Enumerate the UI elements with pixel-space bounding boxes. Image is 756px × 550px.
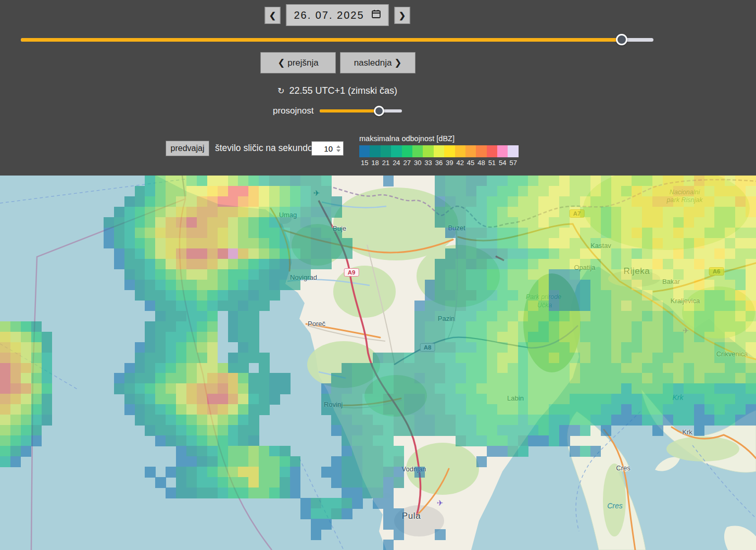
legend-swatch — [391, 145, 401, 157]
date-navigation: ❮ 26. 07. 2025 ❯ — [265, 4, 410, 26]
legend-colorbar — [359, 145, 519, 157]
previous-frame-button[interactable]: ❮ prejšnja — [260, 52, 336, 73]
date-value: 26. 07. 2025 — [294, 9, 364, 21]
radar-app: ❮ 26. 07. 2025 ❯ ❮ prejšnja naslednja ❯ … — [0, 0, 756, 550]
legend-tick: 45 — [465, 159, 476, 167]
legend-tick: 24 — [391, 159, 401, 167]
ucka-ridge — [523, 273, 581, 372]
legend-tick: 27 — [402, 159, 412, 167]
spinner-down-icon[interactable] — [336, 149, 341, 152]
legend-swatch — [476, 145, 486, 157]
spinner-up-icon[interactable] — [336, 145, 341, 148]
opacity-handle[interactable] — [374, 106, 384, 116]
control-panel: ❮ 26. 07. 2025 ❯ ❮ prejšnja naslednja ❯ … — [0, 0, 756, 176]
reflectivity-legend: maksimalna odbojnost [dBZ] 1518212427303… — [359, 134, 519, 167]
frame-navigation: ❮ prejšnja naslednja ❯ — [260, 52, 415, 73]
legend-swatch — [412, 145, 423, 157]
base-map — [0, 176, 756, 550]
fps-spinner[interactable] — [335, 143, 342, 154]
cres-forest — [603, 464, 626, 536]
opacity-slider[interactable] — [320, 106, 402, 116]
legend-swatch — [402, 145, 412, 157]
fps-label: število sličic na sekundo: — [215, 143, 316, 154]
legend-tick: 15 — [359, 159, 370, 167]
timeline-fill — [21, 38, 622, 42]
opacity-control: prosojnost — [273, 106, 402, 116]
timestamp-row: ↻ 22.55 UTC+1 (zimski čas) — [278, 85, 397, 96]
islet-brijuni — [381, 493, 392, 498]
timeline-handle[interactable] — [616, 34, 627, 45]
legend-swatch — [497, 145, 508, 157]
legend-swatch — [465, 145, 476, 157]
legend-swatch — [423, 145, 433, 157]
legend-ticks: 151821242730333639424548515457 — [359, 159, 519, 167]
legend-tick: 30 — [412, 159, 423, 167]
legend-swatch — [487, 145, 497, 157]
calendar-icon[interactable] — [372, 9, 381, 21]
next-frame-button[interactable]: naslednja ❯ — [340, 52, 415, 73]
timeline-slider[interactable] — [21, 35, 653, 44]
play-button[interactable]: predvajaj — [166, 141, 209, 156]
legend-swatch — [444, 145, 455, 157]
legend-swatch — [434, 145, 444, 157]
legend-tick: 33 — [423, 159, 433, 167]
previous-day-button[interactable]: ❮ — [265, 7, 281, 24]
legend-tick: 48 — [476, 159, 486, 167]
legend-swatch — [359, 145, 370, 157]
legend-tick: 57 — [508, 159, 518, 167]
legend-tick: 54 — [497, 159, 508, 167]
legend-tick: 51 — [487, 159, 497, 167]
legend-tick: 18 — [370, 159, 380, 167]
legend-tick: 39 — [444, 159, 455, 167]
legend-title: maksimalna odbojnost [dBZ] — [359, 134, 519, 143]
krk-forest — [666, 436, 739, 461]
map[interactable]: UmagBujeBuzetNovigradPorečPazinRovinjLab… — [0, 176, 756, 550]
refresh-icon: ↻ — [278, 86, 284, 96]
next-day-button[interactable]: ❯ — [395, 7, 410, 24]
date-input[interactable]: 26. 07. 2025 — [286, 4, 389, 26]
fps-input-wrap — [311, 141, 344, 156]
legend-swatch — [508, 145, 518, 157]
opacity-fill — [320, 109, 379, 113]
legend-swatch — [370, 145, 380, 157]
opacity-label: prosojnost — [273, 106, 313, 116]
legend-tick: 21 — [381, 159, 391, 167]
legend-swatch — [381, 145, 391, 157]
legend-swatch — [455, 145, 465, 157]
legend-tick: 36 — [434, 159, 444, 167]
legend-tick: 42 — [455, 159, 465, 167]
timestamp-text: 22.55 UTC+1 (zimski čas) — [289, 85, 397, 96]
fps-input[interactable] — [312, 142, 335, 155]
